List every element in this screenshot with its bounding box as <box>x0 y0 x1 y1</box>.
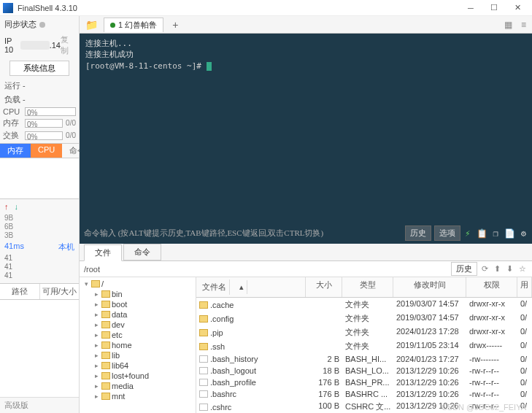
chevron-right-icon[interactable]: ▸ <box>93 331 100 339</box>
chevron-right-icon[interactable]: ▸ <box>93 290 100 298</box>
file-row[interactable]: .bash_profile176 BBASH_PR...2013/12/29 1… <box>196 377 532 388</box>
session-tab[interactable]: 1 幻兽帕鲁 <box>104 18 163 32</box>
cursor-icon <box>207 62 212 71</box>
chevron-right-icon[interactable]: ▸ <box>93 341 100 349</box>
file-row[interactable]: .bashrc176 BBASHRC ...2013/12/29 10:26-r… <box>196 388 532 400</box>
header-user[interactable]: 用 <box>517 277 532 297</box>
upload-icon[interactable]: ⬆ <box>493 264 502 274</box>
star-icon[interactable]: ☆ <box>517 264 528 274</box>
chevron-down-icon[interactable]: ▾ <box>82 280 90 287</box>
sync-label: 同步状态 <box>4 19 36 30</box>
ping-host: 本机 <box>58 242 74 252</box>
tab-memory[interactable]: 内存 <box>0 144 31 158</box>
close-button[interactable]: ✕ <box>506 0 529 16</box>
ping-value: 41ms <box>4 242 24 252</box>
header-date[interactable]: 修改时间 <box>393 277 466 297</box>
chevron-right-icon[interactable]: ▸ <box>93 372 100 379</box>
chevron-right-icon[interactable]: ▸ <box>93 352 100 359</box>
tab-cpu[interactable]: CPU <box>31 144 62 158</box>
add-tab-button[interactable]: + <box>166 19 184 31</box>
folder-icon <box>199 301 208 309</box>
tree-item[interactable]: ▸bin <box>80 289 196 299</box>
path-history-button[interactable]: 历史 <box>451 262 477 276</box>
chevron-right-icon[interactable]: ▸ <box>93 382 100 390</box>
folder-icon <box>101 341 110 349</box>
maximize-button[interactable]: ☐ <box>482 0 506 16</box>
file-row[interactable]: .ssh文件夹2019/11/05 23:14drwx------0/ <box>196 339 532 353</box>
options-button[interactable]: 选项 <box>434 225 460 241</box>
bolt-icon[interactable]: ⚡ <box>463 228 471 239</box>
file-row[interactable]: .cache文件夹2019/03/07 14:57drwxr-xr-x0/ <box>196 298 532 312</box>
session-tab-label: 1 幻兽帕鲁 <box>118 20 157 31</box>
sync-status: 同步状态 <box>0 16 79 33</box>
file-tabs: 文件 命令 <box>80 244 532 261</box>
copy-icon[interactable]: ❐ <box>492 228 500 239</box>
app-title: FinalShell 4.3.10 <box>18 4 459 12</box>
folder-icon <box>101 301 110 308</box>
terminal[interactable]: 连接主机...连接主机成功 [root@VM-8-11-centos ~]# 命… <box>80 34 532 244</box>
clipboard-icon[interactable]: 📋 <box>475 228 489 239</box>
file-icon <box>199 379 208 386</box>
ip-blurred: xxxxx <box>20 41 50 50</box>
chevron-right-icon[interactable]: ▸ <box>93 311 100 318</box>
history-button[interactable]: 历史 <box>405 225 431 241</box>
chart-area <box>0 158 79 199</box>
grid-view-icon[interactable]: ▦ <box>501 20 515 30</box>
header-size[interactable]: 大小 <box>306 277 342 297</box>
copy-button[interactable]: 复制 <box>61 34 74 56</box>
tree-item[interactable]: ▸lost+found <box>80 371 196 381</box>
titlebar: FinalShell 4.3.10 ─ ☐ ✕ <box>0 0 532 16</box>
terminal-line: 连接主机成功 <box>85 49 526 60</box>
tree-item[interactable]: ▸home <box>80 340 196 350</box>
tree-item[interactable]: ▸media <box>80 381 196 391</box>
file-row[interactable]: .pip文件夹2024/01/23 17:28drwxr-xr-x0/ <box>196 325 532 339</box>
progress-bar: 0% <box>25 107 76 116</box>
session-tabs: 📁 1 幻兽帕鲁 + ▦ ≡ <box>80 16 532 34</box>
download-icon[interactable]: ⬇ <box>505 264 514 274</box>
file-list[interactable]: 文件名 ▴ 大小 类型 修改时间 权限 用 .cache文件夹2019/03/0… <box>196 277 532 413</box>
file-icon <box>199 404 208 411</box>
refresh-icon[interactable]: ⟳ <box>480 264 490 274</box>
header-name[interactable]: 文件名 ▴ <box>196 277 306 297</box>
run-label: 运行 - <box>4 80 26 91</box>
folder-icon <box>101 382 110 390</box>
chevron-right-icon[interactable]: ▸ <box>93 301 100 308</box>
system-info-button[interactable]: 系统信息 <box>9 61 69 76</box>
tree-root[interactable]: ▾ / <box>80 279 196 289</box>
chevron-right-icon[interactable]: ▸ <box>93 393 100 400</box>
header-type[interactable]: 类型 <box>342 277 393 297</box>
prompt: [root@VM-8-11-centos ~]# <box>85 61 201 71</box>
header-perm[interactable]: 权限 <box>466 277 517 297</box>
file-row[interactable]: .cshrc100 BCSHRC 文...2013/12/29 10:26-rw… <box>196 400 532 413</box>
chevron-right-icon[interactable]: ▸ <box>93 321 100 328</box>
file-row[interactable]: .bash_history2 BBASH_HI...2024/01/23 17:… <box>196 353 532 365</box>
minimize-button[interactable]: ─ <box>459 0 482 16</box>
tree-item[interactable]: ▸lib64 <box>80 360 196 371</box>
paste-icon[interactable]: 📄 <box>503 228 517 239</box>
left-panel: 同步状态 IP 10 xxxxx .14 复制 系统信息 运行 - 负载 - C… <box>0 16 80 413</box>
tree-item[interactable]: ▸etc <box>80 330 196 340</box>
file-row[interactable]: .config文件夹2019/03/07 14:57drwxr-xr-x0/ <box>196 312 532 325</box>
tree-item[interactable]: ▸lib <box>80 350 196 360</box>
progress-bar: 0% <box>25 119 63 128</box>
status-dot-icon <box>110 23 115 28</box>
tree-item[interactable]: ▸dev <box>80 320 196 330</box>
folder-icon[interactable]: 📁 <box>82 19 101 31</box>
tab-cmd[interactable]: 命令 <box>123 244 161 260</box>
metric-row: 交换0%0/0 <box>0 129 79 142</box>
chevron-right-icon[interactable]: ▸ <box>93 362 100 369</box>
folder-icon <box>199 315 208 323</box>
folder-icon <box>101 311 110 318</box>
file-icon <box>199 367 208 374</box>
current-path[interactable]: /root <box>84 265 448 274</box>
tree-item[interactable]: ▸boot <box>80 299 196 309</box>
list-view-icon[interactable]: ≡ <box>518 20 529 30</box>
file-row[interactable]: .bash_logout18 BBASH_LO...2013/12/29 10:… <box>196 365 532 377</box>
tab-file[interactable]: 文件 <box>84 244 122 261</box>
folder-icon <box>101 393 110 400</box>
folder-icon <box>101 352 110 359</box>
tree-item[interactable]: ▸mnt <box>80 391 196 401</box>
folder-tree[interactable]: ▾ / ▸bin▸boot▸data▸dev▸etc▸home▸lib▸lib6… <box>80 277 196 413</box>
settings-icon[interactable]: ⚙ <box>520 228 528 239</box>
tree-item[interactable]: ▸data <box>80 309 196 320</box>
